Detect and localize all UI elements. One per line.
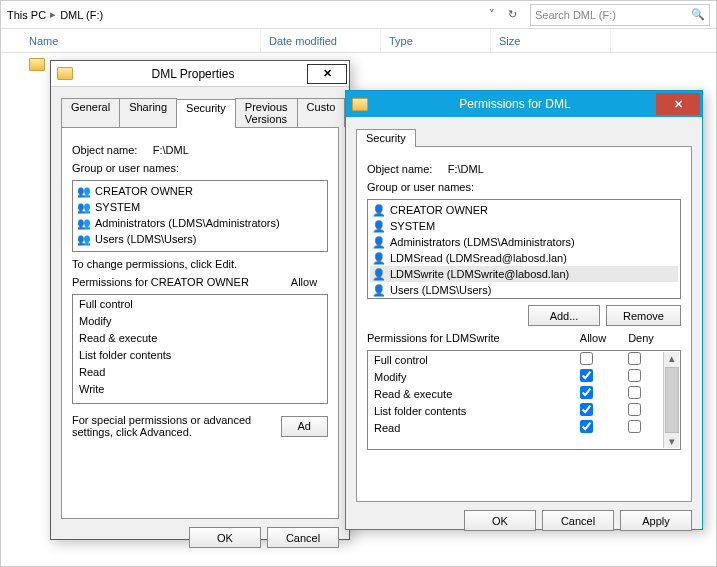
perm-row: List folder contents (368, 402, 664, 419)
list-item[interactable]: 👤CREATOR OWNER (370, 202, 678, 218)
deny-checkbox[interactable] (628, 386, 641, 399)
scroll-down-icon[interactable]: ▾ (669, 435, 675, 448)
list-item[interactable]: 👥Users (LDMS\Users) (75, 231, 325, 247)
group-icon: 👥 (77, 232, 91, 246)
column-date[interactable]: Date modified (261, 29, 381, 52)
advanced-button[interactable]: Ad (281, 416, 328, 437)
scroll-up-icon[interactable]: ▴ (669, 352, 675, 365)
list-item[interactable]: 👥CREATOR OWNER (75, 183, 325, 199)
column-size[interactable]: Size (491, 29, 611, 52)
list-item[interactable]: 👥Administrators (LDMS\Administrators) (75, 215, 325, 231)
list-item[interactable]: 👤Administrators (LDMS\Administrators) (370, 234, 678, 250)
cancel-button[interactable]: Cancel (267, 527, 339, 548)
groups-listbox[interactable]: 👥CREATOR OWNER 👥SYSTEM 👥Administrators (… (72, 180, 328, 252)
tabstrip: General Sharing Security Previous Versio… (61, 98, 339, 127)
allow-checkbox[interactable] (580, 369, 593, 382)
perm-row: Full control (368, 351, 664, 368)
add-button[interactable]: Add... (528, 305, 600, 326)
user-icon: 👤 (372, 251, 386, 265)
search-icon[interactable]: 🔍 (691, 8, 705, 21)
ok-button[interactable]: OK (464, 510, 536, 531)
search-placeholder: Search DML (F:) (535, 9, 616, 21)
allow-checkbox[interactable] (580, 352, 593, 365)
scroll-thumb[interactable] (665, 367, 679, 433)
breadcrumb-part[interactable]: DML (F:) (60, 9, 103, 21)
object-name-value: F:\DML (448, 163, 484, 175)
perm-row: List folder contents (73, 346, 327, 363)
edit-hint: To change permissions, click Edit. (72, 258, 328, 270)
allow-checkbox[interactable] (580, 403, 593, 416)
allow-checkbox[interactable] (580, 420, 593, 433)
apply-button[interactable]: Apply (620, 510, 692, 531)
tab-security[interactable]: Security (176, 99, 236, 128)
tab-customize[interactable]: Custo (297, 98, 346, 127)
chevron-right-icon: ▸ (50, 8, 56, 21)
allow-checkbox[interactable] (580, 386, 593, 399)
user-icon: 👤 (372, 235, 386, 249)
tab-security[interactable]: Security (356, 129, 416, 147)
object-name-value: F:\DML (153, 144, 189, 156)
list-item[interactable]: 👤SYSTEM (370, 218, 678, 234)
perm-row: Read & execute (73, 329, 327, 346)
perm-row: Read & execute (368, 385, 664, 402)
user-icon: 👤 (372, 219, 386, 233)
user-icon: 👤 (372, 267, 386, 281)
group-icon: 👥 (77, 184, 91, 198)
remove-button[interactable]: Remove (606, 305, 681, 326)
folder-icon (352, 98, 368, 111)
breadcrumb[interactable]: This PC ▸ DML (F:) (7, 8, 482, 21)
cancel-button[interactable]: Cancel (542, 510, 614, 531)
deny-checkbox[interactable] (628, 369, 641, 382)
perm-row: Read (73, 363, 327, 380)
close-button[interactable]: ✕ (307, 64, 347, 84)
titlebar[interactable]: Permissions for DML ✕ (346, 91, 702, 117)
object-name-label: Object name: (72, 144, 137, 156)
tab-general[interactable]: General (61, 98, 120, 127)
folder-icon (29, 58, 45, 71)
deny-checkbox[interactable] (628, 420, 641, 433)
perm-row: Read (368, 419, 664, 436)
column-type[interactable]: Type (381, 29, 491, 52)
permissions-dialog: Permissions for DML ✕ Security Object na… (345, 90, 703, 530)
group-icon: 👥 (77, 200, 91, 214)
groups-label: Group or user names: (72, 162, 328, 174)
allow-header: Allow (280, 276, 328, 288)
dialog-buttons: OK Cancel Apply (346, 502, 702, 539)
deny-header: Deny (617, 332, 665, 344)
deny-checkbox[interactable] (628, 403, 641, 416)
ok-button[interactable]: OK (189, 527, 261, 548)
tab-sharing[interactable]: Sharing (119, 98, 177, 127)
explorer-toolbar: This PC ▸ DML (F:) ˅ ↻ Search DML (F:) 🔍 (1, 1, 716, 29)
groups-label: Group or user names: (367, 181, 681, 193)
close-button[interactable]: ✕ (656, 93, 700, 115)
list-item[interactable]: 👤LDMSwrite (LDMSwrite@labosd.lan) (370, 266, 678, 282)
object-name-label: Object name: (367, 163, 432, 175)
list-item[interactable]: 👤LDMSread (LDMSread@labosd.lan) (370, 250, 678, 266)
advanced-hint: For special permissions or advanced sett… (72, 414, 281, 438)
titlebar[interactable]: DML Properties ✕ (51, 61, 349, 87)
groups-listbox[interactable]: 👤CREATOR OWNER👤SYSTEM👤Administrators (LD… (367, 199, 681, 299)
perm-row: Modify (73, 312, 327, 329)
properties-dialog: DML Properties ✕ General Sharing Securit… (50, 60, 350, 540)
column-name[interactable]: Name (1, 29, 261, 52)
perm-row: Modify (368, 368, 664, 385)
dialog-title: Permissions for DML (374, 97, 656, 111)
dialog-title: DML Properties (79, 67, 307, 81)
chevron-down-icon[interactable]: ˅ (482, 5, 502, 25)
column-headers: Name Date modified Type Size (1, 29, 716, 53)
perm-for-label: Permissions for CREATOR OWNER (72, 276, 280, 288)
list-item[interactable]: 👥SYSTEM (75, 199, 325, 215)
scrollbar[interactable]: ▴▾ (663, 352, 679, 448)
folder-icon (57, 67, 73, 80)
breadcrumb-part[interactable]: This PC (7, 9, 46, 21)
tab-previous-versions[interactable]: Previous Versions (235, 98, 298, 127)
list-item[interactable]: 👤Users (LDMS\Users) (370, 282, 678, 298)
group-icon: 👥 (77, 216, 91, 230)
allow-header: Allow (569, 332, 617, 344)
refresh-icon[interactable]: ↻ (502, 5, 522, 25)
user-icon: 👤 (372, 203, 386, 217)
perm-row: Full control (73, 295, 327, 312)
deny-checkbox[interactable] (628, 352, 641, 365)
search-input[interactable]: Search DML (F:) 🔍 (530, 4, 710, 26)
perm-for-label: Permissions for LDMSwrite (367, 332, 569, 344)
